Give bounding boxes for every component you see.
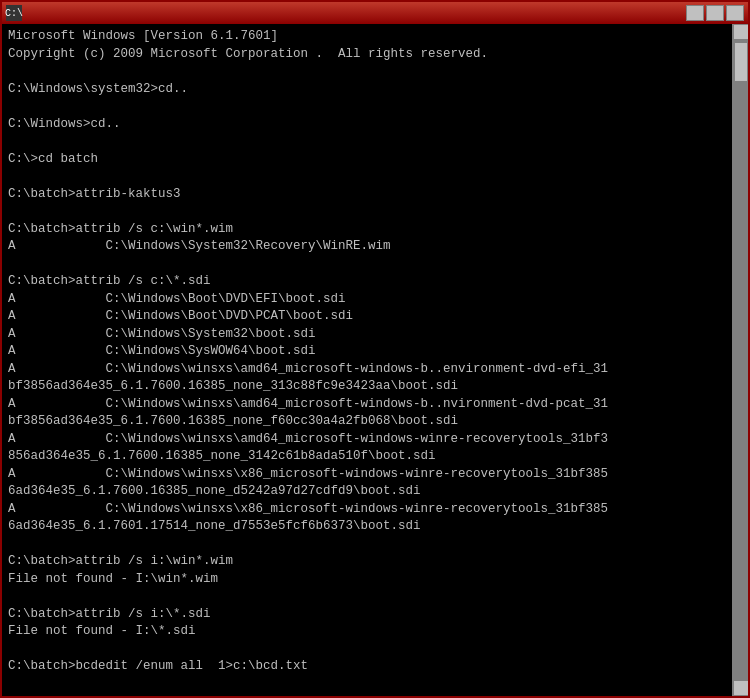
terminal-content[interactable]: Microsoft Windows [Version 6.1.7601] Cop… [2,24,732,696]
title-bar-left: C:\ [6,5,26,21]
title-bar-buttons [686,5,744,21]
cmd-icon: C:\ [6,5,22,21]
close-button[interactable] [726,5,744,21]
title-bar: C:\ [2,2,748,24]
scroll-thumb[interactable] [734,42,748,82]
terminal-body: Microsoft Windows [Version 6.1.7601] Cop… [2,24,748,696]
window-frame: C:\ Microsoft Windows [Version 6.1.7601]… [0,0,750,698]
scroll-up-button[interactable]: ▲ [733,24,748,40]
minimize-button[interactable] [686,5,704,21]
scroll-track[interactable] [733,40,748,680]
scrollbar[interactable]: ▲ ▼ [732,24,748,696]
scroll-down-button[interactable]: ▼ [733,680,748,696]
maximize-button[interactable] [706,5,724,21]
